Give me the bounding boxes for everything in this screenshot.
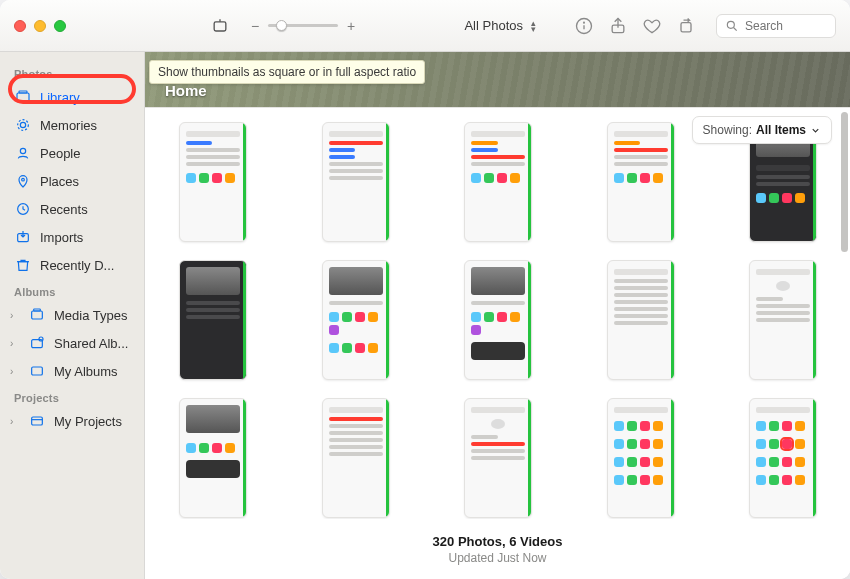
hero-location: Home	[165, 82, 263, 99]
photo-thumbnail[interactable]	[464, 398, 532, 518]
sidebar-item-label: Recents	[40, 202, 88, 217]
content-area: Apr 20, 2021 Home Showing: All Items	[145, 52, 850, 579]
thumbnail-zoom-slider[interactable]: − +	[248, 18, 358, 34]
sidebar-item-label: Library	[40, 90, 80, 105]
chevron-right-icon: ›	[10, 366, 20, 377]
sidebar-item-media-types[interactable]: › Media Types	[6, 302, 138, 328]
sidebar-item-label: Media Types	[54, 308, 127, 323]
window-body: Photos Library Memories People Places Re…	[0, 52, 850, 579]
sidebar-item-label: My Albums	[54, 364, 118, 379]
share-icon[interactable]	[608, 16, 628, 36]
sidebar: Photos Library Memories People Places Re…	[0, 52, 145, 579]
svg-point-7	[727, 21, 734, 28]
photo-thumbnail[interactable]	[179, 398, 247, 518]
svg-rect-18	[32, 311, 43, 319]
zoom-track[interactable]	[268, 24, 338, 27]
sidebar-item-shared-albums[interactable]: › Shared Alb...	[6, 330, 138, 356]
library-updated: Updated Just Now	[448, 551, 546, 565]
photo-thumbnail[interactable]	[322, 398, 390, 518]
zoom-in-icon: +	[344, 18, 358, 34]
svg-point-4	[584, 22, 585, 23]
sidebar-item-imports[interactable]: Imports	[6, 224, 138, 250]
shared-albums-icon	[28, 334, 46, 352]
chevron-right-icon: ›	[10, 310, 20, 321]
photos-app-window: − + All Photos ▴▾ Show thumbnails as squ…	[0, 0, 850, 579]
library-icon	[14, 88, 32, 106]
close-window-button[interactable]	[14, 20, 26, 32]
view-filter-popup[interactable]: All Photos ▴▾	[454, 14, 546, 37]
vertical-scrollbar[interactable]	[840, 112, 848, 515]
svg-point-21	[39, 337, 43, 341]
zoom-out-icon: −	[248, 18, 262, 34]
aspect-ratio-toggle[interactable]	[210, 16, 230, 36]
sidebar-item-memories[interactable]: Memories	[6, 112, 138, 138]
photo-thumbnail[interactable]	[607, 122, 675, 242]
photo-thumbnail[interactable]	[749, 260, 817, 380]
sidebar-item-people[interactable]: People	[6, 140, 138, 166]
photo-thumbnail[interactable]	[607, 398, 675, 518]
showing-prefix: Showing:	[703, 123, 752, 137]
sidebar-section-projects: Projects	[6, 386, 138, 406]
photo-thumbnail[interactable]	[322, 122, 390, 242]
places-icon	[14, 172, 32, 190]
favorite-icon[interactable]	[642, 16, 662, 36]
rotate-icon[interactable]	[676, 16, 696, 36]
projects-icon	[28, 412, 46, 430]
showing-filter-pill[interactable]: Showing: All Items	[692, 116, 832, 144]
zoom-knob[interactable]	[276, 20, 287, 31]
sidebar-item-recently-deleted[interactable]: Recently D...	[6, 252, 138, 278]
maximize-window-button[interactable]	[54, 20, 66, 32]
aspect-ratio-tooltip: Show thumbnails as square or in full asp…	[149, 60, 425, 84]
sidebar-item-label: Places	[40, 174, 79, 189]
svg-rect-0	[214, 21, 226, 30]
window-controls	[14, 20, 66, 32]
my-albums-icon	[28, 362, 46, 380]
imports-icon	[14, 228, 32, 246]
chevron-updown-icon: ▴▾	[531, 20, 536, 32]
svg-rect-23	[32, 417, 43, 425]
photo-thumbnail[interactable]	[179, 122, 247, 242]
photo-thumbnail[interactable]	[179, 260, 247, 380]
info-icon[interactable]	[574, 16, 594, 36]
sidebar-item-places[interactable]: Places	[6, 168, 138, 194]
library-counts: 320 Photos, 6 Videos	[433, 534, 563, 549]
toolbar-action-group	[574, 16, 696, 36]
scrollbar-thumb[interactable]	[841, 112, 848, 252]
recents-icon	[14, 200, 32, 218]
sidebar-item-label: My Projects	[54, 414, 122, 429]
photo-thumbnail[interactable]	[749, 398, 817, 518]
sidebar-item-label: People	[40, 146, 80, 161]
photo-thumbnail[interactable]	[322, 260, 390, 380]
sidebar-item-label: Recently D...	[40, 258, 114, 273]
chevron-right-icon: ›	[10, 416, 20, 427]
people-icon	[14, 144, 32, 162]
sidebar-item-my-albums[interactable]: › My Albums	[6, 358, 138, 384]
search-field[interactable]	[716, 14, 836, 38]
svg-rect-9	[17, 93, 29, 102]
photo-thumbnail[interactable]	[464, 122, 532, 242]
svg-rect-19	[34, 309, 41, 311]
photo-thumbnail[interactable]	[607, 260, 675, 380]
sidebar-item-my-projects[interactable]: › My Projects	[6, 408, 138, 434]
sidebar-section-photos: Photos	[6, 62, 138, 82]
svg-rect-22	[32, 367, 43, 375]
titlebar: − + All Photos ▴▾	[0, 0, 850, 52]
photo-thumbnail[interactable]	[464, 260, 532, 380]
svg-point-14	[22, 178, 25, 181]
memories-icon	[14, 116, 32, 134]
sidebar-item-library[interactable]: Library	[6, 84, 138, 110]
svg-rect-6	[681, 22, 691, 31]
search-input[interactable]	[745, 19, 825, 33]
sidebar-item-label: Shared Alb...	[54, 336, 128, 351]
status-footer: 320 Photos, 6 Videos Updated Just Now	[145, 519, 850, 579]
showing-value: All Items	[756, 123, 806, 137]
svg-point-12	[18, 120, 29, 131]
sidebar-item-label: Memories	[40, 118, 97, 133]
view-filter-label: All Photos	[464, 18, 523, 33]
svg-point-11	[20, 122, 25, 127]
chevron-right-icon: ›	[10, 338, 20, 349]
sidebar-section-albums: Albums	[6, 280, 138, 300]
minimize-window-button[interactable]	[34, 20, 46, 32]
sidebar-item-recents[interactable]: Recents	[6, 196, 138, 222]
trash-icon	[14, 256, 32, 274]
